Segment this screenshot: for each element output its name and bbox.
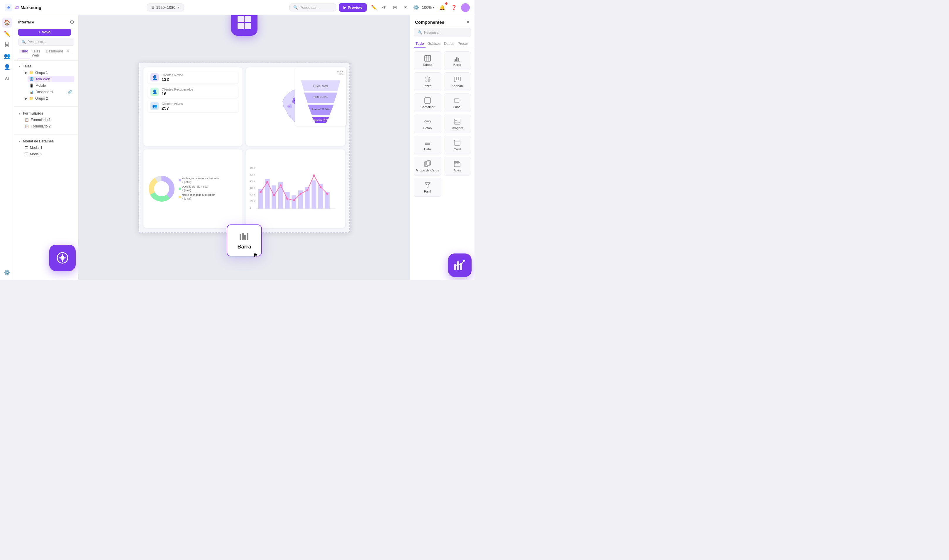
svg-text:POC 66.67%: POC 66.67%	[313, 96, 328, 98]
svg-rect-23	[265, 178, 270, 208]
svg-rect-87	[457, 162, 459, 163]
svg-text:500K: 500K	[250, 173, 255, 176]
comp-tab-graficos[interactable]: Gráficos	[426, 40, 442, 48]
comp-imagem[interactable]: Imagem	[444, 115, 471, 133]
top-bar-center: 🖥 1920×1080 ▼	[147, 3, 184, 11]
help-icon[interactable]: ❓	[449, 3, 459, 12]
comp-barra-label: Barra	[454, 63, 461, 66]
svg-point-2	[60, 256, 65, 260]
right-panel-header: Componentes ✕	[410, 15, 474, 28]
svg-rect-3	[238, 16, 244, 22]
top-search-box[interactable]: 🔍 Pesquisar...	[289, 3, 336, 11]
sidebar-user-icon[interactable]: 👤	[2, 62, 12, 72]
right-panel: Componentes ✕ 🔍 Pesquisar... Tudo Gráfic…	[410, 15, 474, 280]
formulario1-item[interactable]: 📋 Formulário 1 •••	[23, 117, 74, 123]
svg-point-37	[286, 197, 288, 200]
comp-abas-label: Abas	[454, 169, 461, 172]
tab-more[interactable]: M...	[65, 48, 74, 59]
sidebar-pencil-icon[interactable]: ✏️	[2, 29, 12, 39]
preview-button[interactable]: ▶ Preview	[339, 3, 367, 12]
top-bar-left: 🏷 Marketing	[5, 4, 41, 11]
right-panel-search[interactable]: 🔍 Pesquisar...	[414, 28, 471, 37]
top-bar: 🏷 Marketing 🖥 1920×1080 ▼ 🔍 Pesquisar...…	[0, 0, 474, 15]
grupo1-item[interactable]: ▶ 📁 Grupo 1 •••	[23, 69, 74, 76]
edit-icon[interactable]: ✏️	[369, 3, 379, 12]
comp-container-label: Container	[421, 105, 435, 109]
formulario2-item[interactable]: 📋 Formulário 2 •••	[23, 123, 74, 129]
viewport-selector[interactable]: 🖥 1920×1080 ▼	[147, 3, 184, 11]
modal-items: 🗔 Modal 1 ••• 🗔 Modal 2 •••	[18, 145, 74, 157]
formularios-header[interactable]: ▼ Formulários	[18, 111, 74, 115]
telas-header[interactable]: ▼ Telas	[18, 64, 74, 68]
funnel-title: Lead In100%	[298, 70, 343, 75]
tab-telas-web[interactable]: Telas Web	[30, 48, 44, 59]
svg-rect-24	[272, 185, 276, 208]
svg-text:300K: 300K	[250, 187, 255, 189]
comp-tab-proce[interactable]: Proce›	[456, 40, 470, 48]
dashboard-item[interactable]: 📊 Dashboard 🔗	[28, 89, 74, 95]
settings-icon[interactable]: ⚙️	[412, 3, 421, 12]
close-panel-icon[interactable]: ✕	[466, 19, 470, 25]
drag-preview-icon	[239, 231, 250, 242]
layers-icon[interactable]: ⊡	[401, 3, 410, 12]
comp-card[interactable]: Card	[444, 136, 471, 154]
comp-imagem-label: Imagem	[451, 126, 463, 130]
comp-container[interactable]: Container	[414, 94, 441, 112]
zoom-display[interactable]: 100% ▼	[422, 5, 435, 10]
eye-icon[interactable]: 👁	[380, 3, 389, 12]
notification-badge	[445, 2, 447, 5]
comp-kanban[interactable]: Kanban	[444, 72, 471, 91]
svg-rect-53	[239, 234, 241, 240]
svg-rect-64	[458, 58, 459, 61]
comp-funil-label: Funil	[424, 189, 431, 193]
user-avatar[interactable]	[461, 3, 470, 12]
comp-barra[interactable]: Barra	[444, 51, 471, 70]
donut-card: Mudanças Internas na Empresa6 (39%) Deci…	[144, 149, 242, 228]
comp-tab-dados[interactable]: Dados	[442, 40, 456, 48]
grupo2-item[interactable]: ▶ 📁 Grupo 2 •••	[23, 95, 74, 102]
svg-rect-26	[285, 192, 290, 209]
comp-label-label: Label	[454, 105, 461, 109]
tab-tudo[interactable]: Tudo	[18, 48, 30, 59]
top-bar-right: 🔍 Pesquisar... ▶ Preview ✏️ 👁 ⊞ ⊡ ⚙️ 100…	[289, 3, 470, 12]
sidebar-settings-icon[interactable]: ⚙️	[2, 268, 12, 277]
stats-card: 👤 Clientes Novos 132 👤 Clientes Recupera…	[144, 68, 242, 146]
svg-rect-27	[292, 195, 296, 208]
modal2-item[interactable]: 🗔 Modal 2 •••	[23, 151, 74, 157]
comp-botao[interactable]: Botão	[414, 115, 441, 133]
barra-icon	[454, 55, 461, 62]
comp-pizza[interactable]: Pizza	[414, 72, 441, 91]
tela-web-item[interactable]: 🌐 Tela Web •••	[28, 76, 74, 82]
comp-grupo-cards[interactable]: Grupo de Cards	[414, 157, 441, 175]
mobile-item[interactable]: 📱 Mobile •••	[28, 82, 74, 89]
label-icon	[454, 97, 461, 104]
comp-tab-tudo[interactable]: Tudo	[414, 40, 426, 48]
sidebar-db-icon[interactable]: 🗄	[2, 40, 12, 50]
modal1-item[interactable]: 🗔 Modal 1 •••	[23, 145, 74, 151]
panel-add-icon[interactable]: ⊕	[70, 19, 74, 25]
comp-lista[interactable]: Lista	[414, 136, 441, 154]
sidebar-home-icon[interactable]: 🏠	[2, 18, 12, 28]
comp-label[interactable]: Label	[444, 94, 471, 112]
comp-tabela[interactable]: Tabela	[414, 51, 441, 70]
grupo1-children: 🌐 Tela Web ••• 📱 Mobile •••	[23, 76, 74, 95]
bottom-right-icon	[448, 254, 472, 277]
comp-abas[interactable]: Abas	[444, 157, 471, 175]
sidebar-users-icon[interactable]: 👥	[2, 51, 12, 61]
grid-icon[interactable]: ⊞	[390, 3, 400, 12]
tab-dashboard[interactable]: Dashboard	[44, 48, 65, 59]
comp-funil[interactable]: Funil	[414, 178, 441, 197]
panel-search[interactable]: 🔍 Pesquisar...	[18, 38, 74, 46]
add-new-button[interactable]: + Novo	[18, 29, 71, 36]
panel-tabs: Tudo Telas Web Dashboard M...	[14, 47, 78, 61]
sidebar-ai-icon[interactable]: AI	[2, 73, 12, 83]
abas-icon	[454, 160, 461, 167]
svg-rect-74	[454, 119, 460, 124]
modal-header[interactable]: ▼ Modal de Detalhes	[18, 139, 74, 143]
svg-rect-70	[424, 98, 431, 103]
svg-rect-86	[454, 162, 456, 163]
canvas-area: 👤 Clientes Novos 132 👤 Clientes Recupera…	[79, 15, 410, 280]
svg-text:Lead In 100%: Lead In 100%	[313, 85, 329, 88]
funnel-overlay-card: Lead In100% Lead In 100% POC 66.67% Fore…	[295, 68, 346, 126]
stat-icon-2: 👥	[150, 102, 159, 110]
